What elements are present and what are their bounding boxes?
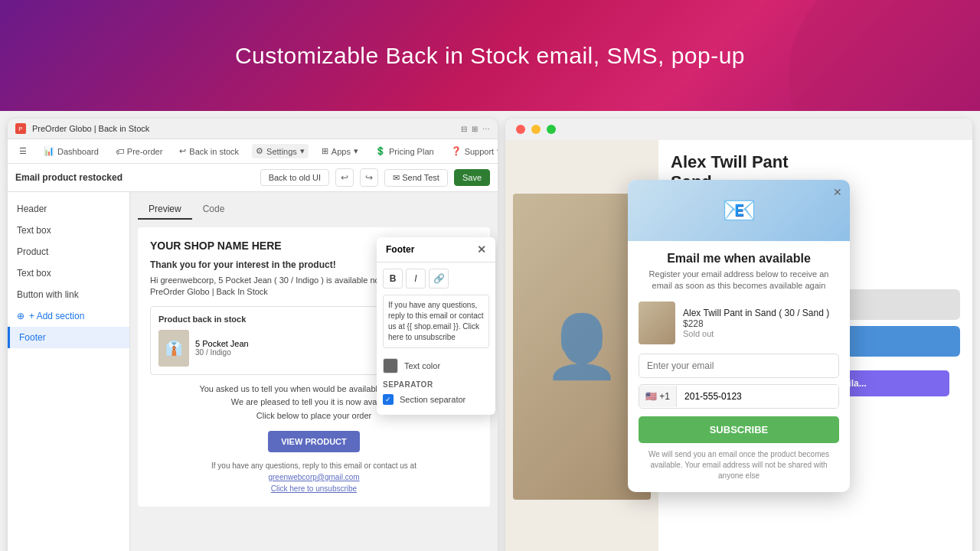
popup-phone-input[interactable] [677,385,838,408]
text-editor-toolbar: B I 🔗 [383,269,489,289]
editor-sidebar: Header Text box Product Text box Button … [8,192,130,551]
email-popup-modal: ✕ 📧 Email me when available Register you… [628,180,850,492]
popup-email-icon: 📧 [722,194,756,227]
window-minimize[interactable]: ⊟ [461,125,467,133]
email-product-image: 👔 [158,330,189,367]
nav-dashboard[interactable]: 📊 Dashboard [40,144,103,158]
popup-body: Email me when available Register your em… [628,241,850,492]
footer-modal: Footer ✕ B I 🔗 If you have any questions… [377,237,495,415]
window-more[interactable]: ⋯ [482,125,490,133]
sidebar-item-product[interactable]: Product [8,241,129,262]
text-editor-content[interactable]: If you have any questions, reply to this… [383,295,489,348]
footer-modal-body: B I 🔗 If you have any questions, reply t… [377,262,495,415]
window-maximize[interactable]: ⊞ [472,125,478,133]
subscribe-button[interactable]: SUBSCRIBE [639,416,839,443]
main-content: P PreOrder Globo | Back in Stock ⊟ ⊞ ⋯ ☰… [0,111,980,551]
editor-toolbar: Email product restocked Back to old UI ↩… [8,164,498,192]
sidebar-item-header[interactable]: Header [8,198,129,220]
toolbar-title: Email product restocked [15,172,254,183]
browser-bar-left: P PreOrder Globo | Back in Stock ⊟ ⊞ ⋯ [8,119,498,139]
hero-banner: Customizable Back in Stock email, SMS, p… [0,0,980,111]
separator-label: SEPARATOR [383,377,489,390]
product-page-panel: 👤 Alex Twill Pant Sand 0 USD Sold out 29… [505,119,972,551]
sidebar-item-textbox1[interactable]: Text box [8,220,129,241]
favicon: P [15,123,26,134]
email-footer-email[interactable]: greenwebcorp@gmail.com [268,473,359,481]
tab-preview[interactable]: Preview [138,200,192,220]
browser-actions: ⊟ ⊞ ⋯ [461,125,490,133]
redo-button[interactable]: ↪ [360,168,378,187]
traffic-light-red[interactable] [516,125,525,134]
popup-subtitle: Register your email address below to rec… [639,269,839,292]
email-footer-text: If you have any questions, reply to this… [150,460,478,494]
popup-phone-flag[interactable]: 🇺🇸 +1 [639,386,677,407]
popup-product-name: Alex Twill Pant in Sand ( 30 / Sand ) [683,308,829,318]
browser-title: PreOrder Globo | Back in Stock [32,124,455,133]
popup-header-image: 📧 [628,180,850,241]
email-footer-unsub[interactable]: Click here to unsubscribe [271,484,357,493]
nav-support[interactable]: ❓ Support ▾ [447,144,498,158]
back-to-old-ui-button[interactable]: Back to old UI [260,169,329,186]
sidebar-item-textbox2[interactable]: Text box [8,262,129,284]
top-nav: ☰ 📊 Dashboard 🏷 Pre-order ↩ Back in stoc… [8,139,498,164]
tab-code[interactable]: Code [192,200,236,220]
sidebar-item-footer[interactable]: Footer [8,327,129,348]
popup-product-price: $228 [683,318,829,329]
nav-apps[interactable]: ⊞ Apps ▾ [318,144,362,158]
traffic-light-green[interactable] [547,125,556,134]
traffic-light-yellow[interactable] [531,125,541,134]
save-button[interactable]: Save [454,169,490,186]
email-editor-panel: P PreOrder Globo | Back in Stock ⊟ ⊞ ⋯ ☰… [8,119,498,551]
footer-modal-header: Footer ✕ [377,237,495,262]
preview-tabs: Preview Code [138,200,490,220]
footer-modal-close-button[interactable]: ✕ [477,243,486,256]
nav-pricing[interactable]: 💲 Pricing Plan [371,144,438,158]
popup-title: Email me when available [639,252,839,266]
popup-product-row: Alex Twill Pant in Sand ( 30 / Sand ) $2… [639,302,839,344]
italic-button[interactable]: I [406,269,426,289]
nav-back-in-stock[interactable]: ↩ Back in stock [175,144,243,158]
sidebar-item-button-link[interactable]: Button with link [8,284,129,305]
sidebar-item-add-section[interactable]: ⊕ + Add section [8,305,129,327]
section-separator-checkbox[interactable]: ✓ [383,394,394,405]
text-color-swatch[interactable] [383,358,398,373]
nav-settings[interactable]: ⚙ Settings ▾ [252,144,309,158]
hero-title: Customizable Back in Stock email, SMS, p… [235,43,745,69]
popup-sold-out: Sold out [683,329,829,338]
email-cta-button[interactable]: VIEW PRODUCT [268,431,360,452]
link-button[interactable]: 🔗 [429,269,449,289]
email-product-variant: 30 / Indigo [195,348,249,357]
send-test-button[interactable]: ✉ Send Test [384,169,448,187]
popup-phone-row: 🇺🇸 +1 [639,384,839,409]
send-icon: ✉ [393,173,400,182]
section-separator-option: ✓ Section separator [383,390,489,409]
email-product-name: 5 Pocket Jean [195,339,249,348]
popup-product-image [639,302,675,344]
browser-bar-right [505,119,972,140]
bold-button[interactable]: B [383,269,403,289]
nav-preorder[interactable]: 🏷 Pre-order [112,145,166,158]
popup-close-button[interactable]: ✕ [833,186,842,198]
nav-hamburger[interactable]: ☰ [15,144,31,158]
text-color-option: Text color [383,354,489,377]
undo-button[interactable]: ↩ [335,168,354,187]
popup-note: We will send you an email once the produ… [639,449,839,481]
popup-email-input[interactable] [639,354,839,378]
